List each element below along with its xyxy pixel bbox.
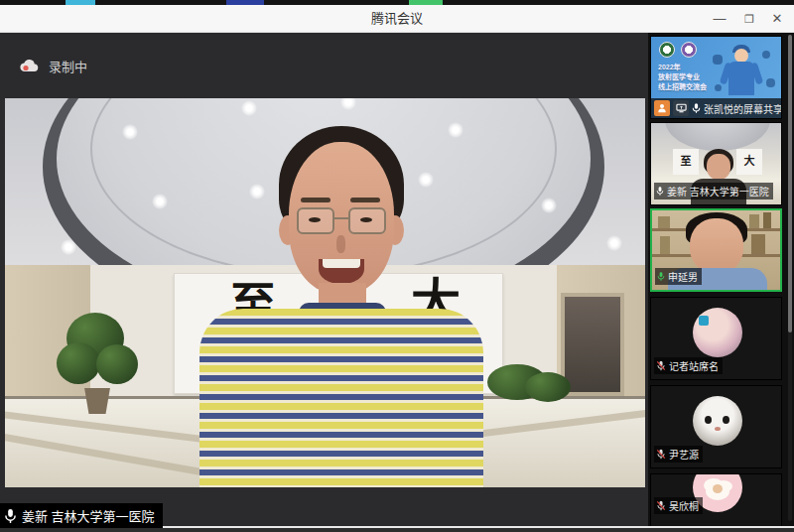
microphone-muted-icon: [656, 449, 666, 460]
close-button[interactable]: ✕: [762, 5, 792, 33]
screenshare-info-bar: 张凯悦的屏幕共享: [651, 98, 781, 118]
microphone-muted-icon: [656, 360, 666, 371]
participant-thumb-active-speaker[interactable]: 申延男: [650, 208, 782, 292]
recording-label: 录制中: [49, 57, 87, 75]
main-speaker-name-tag: 姜新 吉林大学第一医院: [0, 503, 163, 528]
recording-indicator: 录制中: [20, 57, 87, 75]
participants-sidebar[interactable]: 2022年 放射医学专业 线上招聘交流会: [648, 33, 794, 526]
microphone-muted-icon: [656, 500, 666, 511]
sidebar-scrollbar[interactable]: [788, 35, 792, 521]
desktop-below-window: [0, 528, 794, 532]
participant-name: 尹艺源: [669, 447, 699, 462]
slide-line2: 放射医学专业: [658, 72, 707, 82]
participant-name: 记者站席名: [669, 358, 719, 373]
participant-name-tag: 记者站席名: [654, 357, 723, 374]
participant-name: 申延男: [668, 269, 698, 284]
minimize-button[interactable]: —: [705, 5, 734, 33]
participant-name: 吴欣桐: [669, 498, 699, 513]
participant-name-tag: 尹艺源: [654, 446, 703, 463]
main-video-feed[interactable]: 至善 大医: [5, 98, 645, 487]
presenter-icon: [654, 100, 670, 116]
tencent-meeting-window: 腾讯会议 — ❐ ✕ 录制中: [0, 0, 794, 532]
participant-thumb-avatar[interactable]: 吴欣桐: [650, 473, 782, 526]
microphone-icon: [692, 102, 701, 114]
slide-logo: [681, 42, 697, 58]
participant-thumb-avatar[interactable]: 记者站席名: [650, 297, 782, 380]
participant-avatar: [693, 308, 742, 357]
window-title: 腾讯会议: [0, 5, 794, 33]
slide-line3: 线上招聘交流会: [658, 82, 707, 92]
microphone-icon: [656, 186, 664, 197]
participant-thumb-screenshare[interactable]: 2022年 放射医学专业 线上招聘交流会: [650, 36, 782, 119]
participant-name: 张凯悦的屏幕共享: [704, 101, 782, 116]
participant-thumb-avatar[interactable]: 尹艺源: [650, 385, 782, 468]
plant-bush: [525, 372, 571, 402]
slide-logo: [659, 42, 675, 58]
participant-name-tag: 吴欣桐: [654, 497, 703, 514]
microphone-active-icon: [657, 271, 665, 282]
scrollbar-thumb[interactable]: [788, 35, 792, 332]
elevator-door: [561, 293, 624, 396]
speaker-face: [289, 142, 394, 293]
participant-name-tag: 姜新 吉林大学第一医院: [654, 183, 773, 200]
screenshare-icon: [673, 100, 689, 116]
titlebar[interactable]: 腾讯会议 — ❐ ✕: [0, 5, 794, 33]
meeting-content: 录制中 至善: [0, 33, 794, 526]
participant-avatar-cat: [693, 396, 742, 446]
cloud-record-icon: [20, 59, 40, 73]
slide-line1: 2022年: [658, 63, 707, 72]
main-speaker-name: 姜新 吉林大学第一医院: [22, 506, 155, 525]
participant-name-tag: 申延男: [655, 268, 702, 285]
maximize-button[interactable]: ❐: [734, 5, 764, 33]
striped-shirt: [199, 309, 483, 487]
microphone-icon: [4, 508, 17, 524]
participant-name: 姜新 吉林大学第一医院: [667, 184, 769, 199]
participant-thumb-video[interactable]: 至 大 姜新 吉林大学第一医院: [650, 122, 782, 205]
